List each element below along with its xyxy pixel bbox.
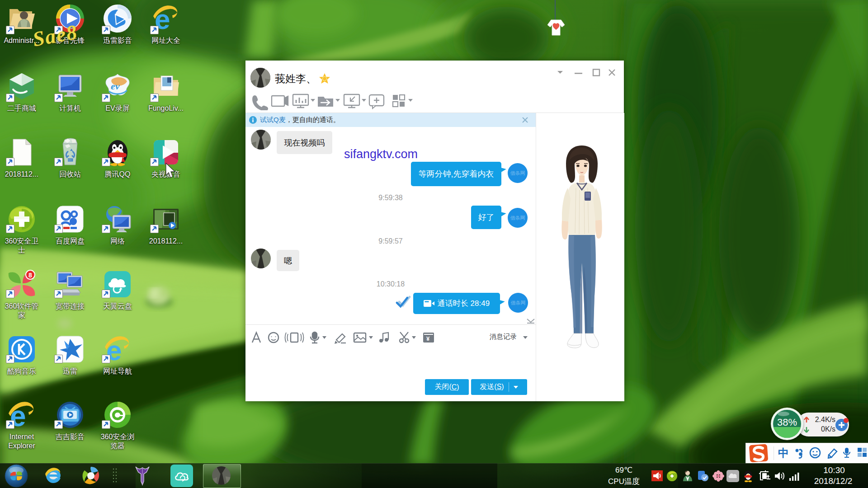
svg-text:8: 8	[28, 272, 32, 279]
svg-text:中: 中	[778, 447, 789, 459]
svg-text:¥: ¥	[426, 335, 430, 342]
svg-text:ev: ev	[111, 80, 120, 92]
